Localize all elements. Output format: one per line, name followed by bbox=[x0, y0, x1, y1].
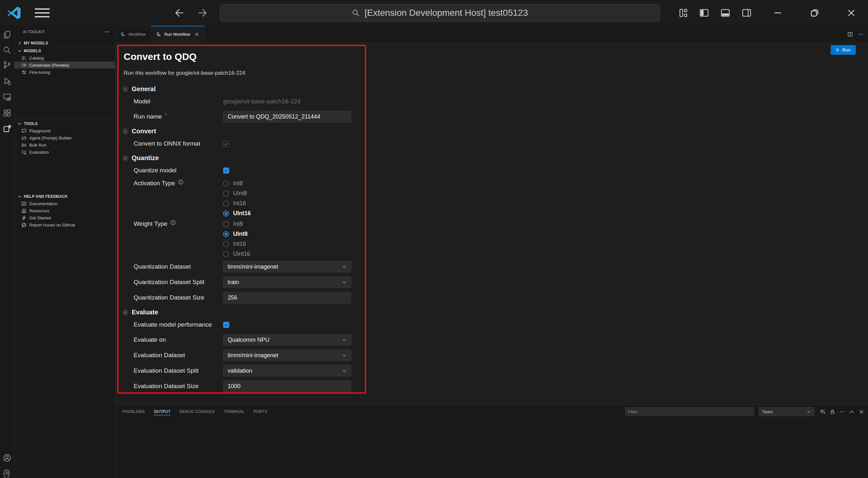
activity-bar-item-remote-explorer[interactable] bbox=[3, 93, 11, 101]
radio-option-int16[interactable]: Int16 bbox=[223, 200, 351, 206]
maximize-panel-icon[interactable] bbox=[849, 409, 855, 415]
info-icon[interactable] bbox=[178, 179, 184, 185]
sidebar-item-agent-prompt-builder[interactable]: Agent (Prompt) Builder bbox=[14, 134, 115, 141]
more-actions-icon[interactable] bbox=[858, 32, 864, 37]
activity-bar-item-extensions[interactable] bbox=[3, 109, 11, 118]
activity-bar-item-run-and-debug[interactable] bbox=[3, 77, 11, 85]
radio-circle bbox=[223, 251, 229, 257]
radio-option-int16[interactable]: Int16 bbox=[223, 241, 351, 247]
field-label: Evaluate on bbox=[134, 336, 223, 343]
activity-bar-item-accounts[interactable] bbox=[3, 453, 11, 462]
panel-tab-label: TERMINAL bbox=[224, 409, 245, 414]
text-input[interactable]: 256 bbox=[223, 292, 351, 303]
sidebar-item-fine-tuning[interactable]: Fine-tuning bbox=[14, 69, 115, 76]
arrow-forward-icon[interactable] bbox=[197, 8, 208, 18]
toggle-secondary-sidebar-icon[interactable] bbox=[742, 8, 751, 18]
panel-tab-debug-console[interactable]: DEBUG CONSOLE bbox=[175, 405, 220, 418]
sidebar-item-conversion-preview[interactable]: Conversion (Preview) bbox=[14, 62, 115, 69]
panel-tab-terminal[interactable]: TERMINAL bbox=[220, 405, 249, 418]
command-center-search[interactable]: [Extension Development Host] test05123 bbox=[220, 4, 660, 22]
close-icon[interactable] bbox=[846, 8, 857, 18]
radio-circle bbox=[223, 221, 229, 227]
radio-option-uint16[interactable]: UInt16 bbox=[223, 210, 351, 216]
chevron-down-icon bbox=[17, 121, 22, 126]
sidebar-item-report-issues-on-github[interactable]: Report Issues on GitHub bbox=[14, 221, 115, 228]
section-title: Convert bbox=[132, 127, 156, 135]
sidebar-section-header-my-models[interactable]: MY MODELS bbox=[14, 39, 115, 47]
sidebar-section-header-models[interactable]: MODELS bbox=[14, 47, 115, 54]
activity-bar-item-source-control[interactable] bbox=[3, 61, 11, 69]
sidebar-item-catalog[interactable]: Catalog bbox=[14, 54, 115, 62]
info-icon[interactable] bbox=[170, 220, 176, 226]
comment-icon bbox=[21, 128, 27, 134]
radio-option-uint16[interactable]: UInt16 bbox=[223, 251, 351, 257]
clear-output-icon[interactable] bbox=[820, 409, 826, 415]
more-actions-icon[interactable] bbox=[839, 409, 845, 415]
field-label-text: Evaluation Dataset Split bbox=[134, 367, 199, 374]
toggle-panel-icon[interactable] bbox=[720, 8, 730, 18]
radio-circle bbox=[223, 201, 229, 206]
close-tab-icon[interactable] bbox=[194, 32, 199, 37]
customize-layout-icon[interactable] bbox=[679, 8, 688, 18]
toggle-sidebar-icon[interactable] bbox=[699, 8, 709, 18]
checkbox[interactable] bbox=[223, 322, 229, 328]
select-dropdown[interactable]: train bbox=[223, 276, 351, 288]
radio-option-uint8[interactable]: UInt8 bbox=[223, 231, 351, 237]
tree-item-label: Bulk Run bbox=[29, 143, 46, 148]
panel-tab-problems[interactable]: PROBLEMS bbox=[118, 405, 149, 418]
menu-icon[interactable] bbox=[35, 8, 50, 18]
form-section-convert: 2ConvertConvert to ONNX format bbox=[122, 127, 360, 149]
more-actions-icon[interactable] bbox=[104, 29, 110, 35]
chevron-down-icon bbox=[17, 48, 22, 54]
close-panel-icon[interactable] bbox=[859, 409, 864, 415]
radio-option-int8[interactable]: Int8 bbox=[223, 221, 351, 227]
radio-option-label: Int16 bbox=[233, 241, 246, 247]
output-channel-select[interactable]: Tasks bbox=[759, 407, 814, 416]
sidebar-item-resources[interactable]: Resources bbox=[14, 207, 115, 214]
code-brackets-icon bbox=[21, 135, 27, 141]
run-button[interactable]: Run bbox=[831, 45, 856, 55]
select-dropdown[interactable]: timm/mini-imagenet bbox=[223, 261, 351, 272]
select-dropdown[interactable]: validation bbox=[223, 365, 351, 377]
search-icon bbox=[351, 9, 360, 17]
tab-run-workflow[interactable]: Run Workflow bbox=[151, 26, 205, 42]
sidebar-item-evaluation[interactable]: Evaluation bbox=[14, 148, 115, 156]
panel-tab-output[interactable]: OUTPUT bbox=[149, 405, 175, 418]
field-label: Evaluate model performance bbox=[134, 321, 223, 328]
activity-bar-item-manage-settings[interactable] bbox=[3, 469, 11, 477]
chevron-down-icon bbox=[342, 353, 347, 358]
required-asterisk: * bbox=[165, 112, 167, 118]
radio-option-int8[interactable]: Int8 bbox=[223, 180, 351, 186]
tree-item-label: Get Started bbox=[29, 215, 51, 220]
sidebar-item-get-started[interactable]: Get Started bbox=[14, 214, 115, 221]
checkbox[interactable] bbox=[223, 168, 229, 174]
radio-option-uint8[interactable]: UInt8 bbox=[223, 190, 351, 197]
radio-option-label: Int16 bbox=[233, 200, 246, 207]
sidebar-item-bulk-run[interactable]: Bulk Run bbox=[14, 141, 115, 148]
chevron-down-icon bbox=[342, 280, 347, 285]
restore-icon[interactable] bbox=[809, 8, 820, 18]
tree-item-label: Report Issues on GitHub bbox=[29, 222, 75, 228]
panel-tab-ports[interactable]: PORTS bbox=[249, 405, 272, 418]
sidebar-section-header-tools[interactable]: TOOLS bbox=[14, 120, 115, 127]
tab-workflow[interactable]: Workflow bbox=[115, 26, 151, 42]
select-dropdown[interactable]: timm/mini-imagenet bbox=[223, 350, 351, 361]
text-input[interactable]: Convert to QDQ_20250512_211444 bbox=[223, 111, 351, 122]
split-editor-icon[interactable] bbox=[847, 32, 853, 37]
filter-input[interactable] bbox=[625, 407, 754, 416]
lock-icon[interactable] bbox=[830, 409, 835, 415]
activity-bar-item-ai-toolkit[interactable] bbox=[3, 124, 11, 133]
sidebar-section-header-help-and-feedback[interactable]: HELP AND FEEDBACK bbox=[14, 192, 115, 200]
minimize-icon[interactable] bbox=[773, 8, 783, 18]
activity-bar-item-search[interactable] bbox=[3, 46, 11, 54]
radio-group-activation-type: Int8UInt8Int16UInt16 bbox=[223, 180, 351, 216]
book-icon bbox=[21, 201, 27, 206]
activity-bar-item-explorer[interactable] bbox=[3, 30, 11, 39]
arrow-back-icon[interactable] bbox=[174, 8, 185, 18]
sidebar-item-playground[interactable]: Playground bbox=[14, 127, 115, 134]
radio-option-label: Int8 bbox=[233, 221, 243, 228]
tree-item-label: Playground bbox=[29, 128, 51, 133]
select-dropdown[interactable]: Qualcomm NPU bbox=[223, 334, 351, 346]
text-input[interactable]: 1000 bbox=[223, 380, 351, 392]
sidebar-item-documentation[interactable]: Documentation bbox=[14, 200, 115, 207]
